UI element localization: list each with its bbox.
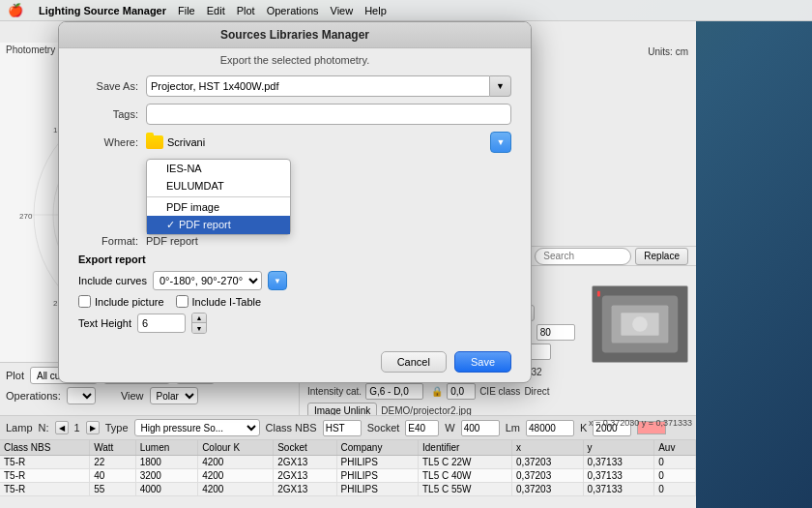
lamp-table-cell: 4000 bbox=[135, 483, 197, 496]
include-picture-checkbox[interactable] bbox=[78, 295, 91, 308]
lamp-n-value: 1 bbox=[74, 422, 80, 433]
view-select[interactable]: Polar bbox=[150, 387, 198, 404]
col-lumen: Lumen bbox=[135, 440, 197, 456]
svg-rect-30 bbox=[597, 291, 600, 297]
format-dropdown: IES-NA EULUMDAT PDF image ✓PDF report bbox=[146, 159, 291, 235]
lamp-table-row: T5-R55400042002GX13PHILIPSTL5 C 55W0,372… bbox=[0, 483, 696, 496]
operations-label: Operations: bbox=[6, 390, 61, 402]
lamp-type-select[interactable]: High pressure So... bbox=[134, 419, 260, 436]
lamp-table: Class NBS Watt Lumen Colour K Socket Com… bbox=[0, 440, 696, 496]
export-report-section: Export report Include curves 0°-180°, 90… bbox=[78, 254, 511, 334]
curves-dropdown-btn[interactable]: ▼ bbox=[268, 271, 287, 290]
format-value: PDF report bbox=[146, 235, 198, 247]
save-as-dropdown-btn[interactable]: ▼ bbox=[490, 75, 511, 97]
lamp-table-row: T5-R40320042002GX13PHILIPSTL5 C 40W0,372… bbox=[0, 469, 696, 483]
intensity-input[interactable] bbox=[365, 383, 423, 400]
fixture-thumbnail bbox=[592, 285, 688, 363]
col-watt: Watt bbox=[90, 440, 136, 456]
format-option-pdf-image[interactable]: PDF image bbox=[147, 196, 290, 216]
lamp-class-input[interactable] bbox=[323, 420, 362, 436]
lamp-class-label: Class NBS bbox=[266, 422, 317, 433]
lamp-table-cell: T5-R bbox=[0, 483, 90, 496]
lamp-table-cell: 0,37133 bbox=[583, 469, 654, 483]
include-curves-row: Include curves 0°-180°, 90°-270° ▼ bbox=[78, 271, 511, 290]
lamp-table-cell: 3200 bbox=[135, 469, 197, 483]
format-option-pdf-report[interactable]: ✓PDF report bbox=[147, 216, 290, 234]
operations-select[interactable] bbox=[67, 387, 96, 404]
col-class: Class NBS bbox=[0, 440, 90, 456]
coords-display: x = 0,372030 y = 0,371333 bbox=[589, 416, 692, 430]
apple-menu[interactable]: 🍎 bbox=[8, 3, 23, 17]
lamp-table-cell: 2GX13 bbox=[274, 483, 336, 496]
menu-operations[interactable]: Operations bbox=[267, 5, 319, 16]
lamp-table-cell: 22 bbox=[90, 456, 136, 469]
lamp-table-cell: 4200 bbox=[198, 469, 274, 483]
col-company: Company bbox=[336, 440, 418, 456]
lamp-prev-btn[interactable]: ◀ bbox=[55, 421, 69, 434]
include-checkboxes: Include picture Include I-Table bbox=[78, 295, 511, 308]
lamp-table-cell: 0 bbox=[654, 469, 696, 483]
stepper-up-btn[interactable]: ▲ bbox=[192, 314, 206, 323]
lamp-table-cell: 0 bbox=[654, 483, 696, 496]
lamp-table-cell: 0,37203 bbox=[512, 456, 584, 469]
lamp-section: Lamp N: ◀ 1 ▶ Type High pressure So... C… bbox=[0, 415, 696, 508]
cie-label: CIE class bbox=[479, 386, 520, 397]
svg-point-29 bbox=[632, 316, 648, 332]
save-as-input[interactable] bbox=[146, 75, 490, 97]
format-row: Format: PDF report bbox=[78, 235, 511, 247]
lamp-table-cell: PHILIPS bbox=[336, 469, 418, 483]
col-socket: Socket bbox=[274, 440, 336, 456]
lamp-table-cell: 0,37203 bbox=[512, 483, 584, 496]
menu-file[interactable]: File bbox=[178, 5, 195, 16]
lamp-table-cell: 4200 bbox=[198, 456, 274, 469]
lamp-table-row: T5-R22180042002GX13PHILIPSTL5 C 22W0,372… bbox=[0, 456, 696, 469]
menu-view[interactable]: View bbox=[331, 5, 354, 16]
lamp-table-cell: PHILIPS bbox=[336, 483, 418, 496]
dop-input[interactable] bbox=[447, 383, 476, 400]
text-height-row: Text Height ▲ ▼ bbox=[78, 313, 511, 334]
lamp-table-cell: TL5 C 40W bbox=[418, 469, 511, 483]
col-x: x bbox=[512, 440, 584, 456]
tags-area bbox=[146, 104, 511, 125]
format-option-ies[interactable]: IES-NA bbox=[147, 160, 290, 177]
menu-help[interactable]: Help bbox=[364, 5, 387, 16]
menu-plot[interactable]: Plot bbox=[237, 5, 255, 16]
replace-button[interactable]: Replace bbox=[635, 248, 688, 265]
col-y: y bbox=[583, 440, 654, 456]
intensity-label: Intensity cat. bbox=[307, 386, 362, 397]
lamp-table-cell: 0,37133 bbox=[583, 456, 654, 469]
format-option-eul[interactable]: EULUMDAT bbox=[147, 177, 290, 194]
save-as-row: Save As: ▼ bbox=[78, 75, 511, 97]
where-label: Where: bbox=[78, 136, 146, 148]
fixture-intensity-row: Intensity cat. 🔒 CIE class Direct bbox=[307, 383, 688, 400]
save-button[interactable]: Save bbox=[454, 351, 511, 373]
where-dropdown-btn[interactable]: ▼ bbox=[490, 132, 511, 153]
lamp-next-btn[interactable]: ▶ bbox=[86, 421, 100, 434]
include-curves-select[interactable]: 0°-180°, 90°-270° bbox=[153, 271, 262, 290]
units-label: Units: cm bbox=[648, 46, 688, 57]
stepper-down-btn[interactable]: ▼ bbox=[192, 323, 206, 333]
dialog-buttons: Cancel Save bbox=[59, 345, 531, 373]
include-itable-checkbox[interactable] bbox=[176, 295, 188, 308]
lamp-w-input[interactable] bbox=[461, 420, 500, 436]
svg-text:270: 270 bbox=[19, 212, 33, 221]
lamp-lm-input[interactable] bbox=[526, 420, 574, 436]
cancel-button[interactable]: Cancel bbox=[381, 351, 447, 373]
lamp-socket-input[interactable] bbox=[405, 420, 439, 436]
where-row: Where: Scrivani ▼ IES-NA EULUMDAT PDF im… bbox=[78, 132, 511, 153]
lamp-table-cell: 0,37203 bbox=[512, 469, 584, 483]
dialog: Sources Libraries Manager Export the sel… bbox=[58, 21, 532, 383]
maint-input[interactable] bbox=[536, 324, 575, 341]
text-height-input[interactable] bbox=[137, 314, 186, 333]
lamp-header: Lamp N: ◀ 1 ▶ Type High pressure So... C… bbox=[0, 416, 696, 440]
include-picture-item: Include picture bbox=[78, 295, 164, 308]
lamp-table-cell: 0,37133 bbox=[583, 483, 654, 496]
menu-edit[interactable]: Edit bbox=[207, 5, 225, 16]
lamp-table-cell: T5-R bbox=[0, 456, 90, 469]
search-input[interactable] bbox=[535, 248, 631, 265]
dialog-subtitle: Export the selected photometry. bbox=[59, 48, 531, 70]
lamp-table-header: Class NBS Watt Lumen Colour K Socket Com… bbox=[0, 440, 696, 456]
lamp-table-cell: 40 bbox=[90, 469, 136, 483]
lamp-table-cell: 4200 bbox=[198, 483, 274, 496]
lamp-table-cell: 2GX13 bbox=[274, 456, 336, 469]
